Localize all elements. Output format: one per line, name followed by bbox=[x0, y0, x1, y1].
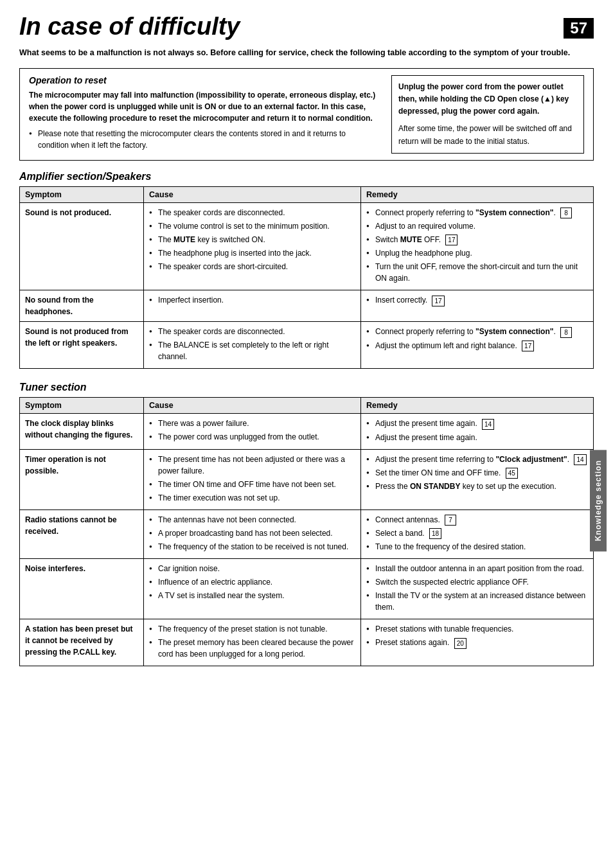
operation-reset-bullets: Please note that resetting the microcomp… bbox=[29, 128, 378, 151]
amplifier-col-cause: Cause bbox=[144, 186, 361, 202]
cause-cell: The present time has not been adjusted o… bbox=[144, 449, 361, 509]
operation-reset-right-text1: Unplug the power cord from the power out… bbox=[398, 81, 577, 118]
list-item: The timer execution was not set up. bbox=[149, 492, 355, 504]
table-row: A station has been preset but it cannot … bbox=[20, 619, 594, 666]
symptom-cell: Sound is not produced. bbox=[20, 202, 144, 290]
list-item: Adjust to an required volume. bbox=[366, 220, 588, 232]
table-row: The clock display blinks without changin… bbox=[20, 414, 594, 449]
ref-badge: 8 bbox=[560, 327, 572, 338]
remedy-cell: Insert correctly. 17 bbox=[360, 290, 593, 322]
ref-badge: 14 bbox=[482, 419, 494, 430]
operation-reset-bullet-item: Please note that resetting the microcomp… bbox=[29, 128, 378, 151]
list-item: Unplug the headphone plug. bbox=[366, 247, 588, 259]
page-title: In case of difficulty bbox=[19, 13, 240, 40]
list-item: The present time has not been adjusted o… bbox=[149, 454, 355, 477]
list-item: The speaker cords are short-circuited. bbox=[149, 261, 355, 272]
tuner-col-cause: Cause bbox=[144, 398, 361, 414]
symptom-cell: Noise interferes. bbox=[20, 559, 144, 619]
list-item: Car ignition noise. bbox=[149, 563, 355, 574]
symptom-cell: A station has been preset but it cannot … bbox=[20, 619, 144, 666]
list-item: The frequency of the preset station is n… bbox=[149, 623, 355, 635]
table-row: No sound from the headphones. Imperfect … bbox=[20, 290, 594, 322]
list-item: A proper broadcasting band has not been … bbox=[149, 527, 355, 539]
remedy-cell: Preset stations with tunable frequencies… bbox=[360, 619, 593, 666]
list-item: Insert correctly. 17 bbox=[366, 294, 588, 306]
list-item: The frequency of the station to be recei… bbox=[149, 541, 355, 553]
cause-cell: The speaker cords are disconnected. The … bbox=[144, 322, 361, 369]
table-row: Noise interferes. Car ignition noise. In… bbox=[20, 559, 594, 619]
list-item: Switch MUTE OFF. 17 bbox=[366, 234, 588, 245]
operation-reset-right-text2: After some time, the power will be switc… bbox=[398, 123, 577, 147]
operation-reset-left: Operation to reset The microcomputer may… bbox=[29, 75, 378, 154]
list-item: A TV set is installed near the system. bbox=[149, 590, 355, 601]
operation-reset-section: Operation to reset The microcomputer may… bbox=[19, 68, 594, 161]
amplifier-col-remedy: Remedy bbox=[360, 186, 593, 202]
ref-badge: 17 bbox=[432, 296, 444, 306]
list-item: The timer ON time and OFF time have not … bbox=[149, 479, 355, 490]
list-item: Adjust the present time again. bbox=[366, 432, 588, 443]
remedy-cell: Adjust the present time again. 14 Adjust… bbox=[360, 414, 593, 449]
table-row: Timer operation is not possible. The pre… bbox=[20, 449, 594, 509]
table-row: Sound is not produced. The speaker cords… bbox=[20, 202, 594, 290]
remedy-cell: Adjust the present time referring to "Cl… bbox=[360, 449, 593, 509]
cause-cell: Imperfect insertion. bbox=[144, 290, 361, 322]
list-item: Imperfect insertion. bbox=[149, 294, 355, 306]
amplifier-col-symptom: Symptom bbox=[20, 186, 144, 202]
page-number: 57 bbox=[564, 18, 594, 39]
list-item: Tune to the frequency of the desired sta… bbox=[366, 541, 588, 553]
list-item: The MUTE key is switched ON. bbox=[149, 234, 355, 245]
list-item: Connect properly referring to "System co… bbox=[366, 207, 588, 218]
table-row: Radio stations cannot be received. The a… bbox=[20, 509, 594, 559]
list-item: Connect properly referring to "System co… bbox=[366, 326, 588, 337]
remedy-cell: Connect properly referring to "System co… bbox=[360, 322, 593, 369]
ref-badge: 14 bbox=[574, 454, 586, 465]
symptom-cell: Timer operation is not possible. bbox=[20, 449, 144, 509]
symptom-cell: Sound is not produced from the left or r… bbox=[20, 322, 144, 369]
tuner-col-remedy: Remedy bbox=[360, 398, 593, 414]
tuner-col-symptom: Symptom bbox=[20, 398, 144, 414]
symptom-cell: Radio stations cannot be received. bbox=[20, 509, 144, 559]
intro-text: What seems to be a malfunction is not al… bbox=[19, 47, 594, 59]
list-item: Adjust the optimum left and right balanc… bbox=[366, 340, 588, 351]
operation-reset-right: Unplug the power cord from the power out… bbox=[391, 75, 584, 154]
list-item: Press the ON STANDBY key to set up the e… bbox=[366, 481, 588, 492]
list-item: The power cord was unplugged from the ou… bbox=[149, 431, 355, 443]
list-item: Install the outdoor antenna in an apart … bbox=[366, 563, 588, 574]
list-item: The headphone plug is inserted into the … bbox=[149, 247, 355, 259]
page-header: In case of difficulty 57 bbox=[19, 13, 594, 40]
list-item: The preset memory has been cleared becau… bbox=[149, 637, 355, 660]
list-item: The BALANCE is set completely to the lef… bbox=[149, 339, 355, 362]
symptom-cell: No sound from the headphones. bbox=[20, 290, 144, 322]
list-item: Connect antennas. 7 bbox=[366, 514, 588, 526]
list-item: Switch the suspected electric appliance … bbox=[366, 576, 588, 588]
ref-badge: 8 bbox=[560, 208, 572, 218]
list-item: Select a band. 18 bbox=[366, 527, 588, 539]
list-item: Preset stations with tunable frequencies… bbox=[366, 623, 588, 635]
cause-cell: The frequency of the preset station is n… bbox=[144, 619, 361, 666]
list-item: The antennas have not been connected. bbox=[149, 514, 355, 526]
list-item: Preset stations again. 20 bbox=[366, 637, 588, 648]
amplifier-table: Symptom Cause Remedy Sound is not produc… bbox=[19, 186, 594, 369]
list-item: Set the timer ON time and OFF time. 45 bbox=[366, 467, 588, 479]
ref-badge: 20 bbox=[454, 638, 466, 649]
tuner-table: Symptom Cause Remedy The clock display b… bbox=[19, 397, 594, 666]
amplifier-section-title: Amplifier section/Speakers bbox=[19, 171, 594, 182]
list-item: The speaker cords are disconnected. bbox=[149, 326, 355, 337]
cause-cell: There was a power failure. The power cor… bbox=[144, 414, 361, 449]
symptom-cell: The clock display blinks without changin… bbox=[20, 414, 144, 449]
knowledge-sidebar: Knowledge section bbox=[590, 450, 607, 551]
list-item: Adjust the present time referring to "Cl… bbox=[366, 454, 588, 465]
operation-reset-title: Operation to reset bbox=[29, 75, 378, 85]
list-item: There was a power failure. bbox=[149, 418, 355, 429]
remedy-cell: Connect antennas. 7 Select a band. 18 Tu… bbox=[360, 509, 593, 559]
cause-cell: Car ignition noise. Influence of an elec… bbox=[144, 559, 361, 619]
operation-reset-bold-text: The microcomputer may fall into malfunct… bbox=[29, 89, 378, 124]
list-item: Turn the unit OFF, remove the short-circ… bbox=[366, 261, 588, 284]
remedy-cell: Connect properly referring to "System co… bbox=[360, 202, 593, 290]
cause-cell: The antennas have not been connected. A … bbox=[144, 509, 361, 559]
ref-badge: 17 bbox=[522, 341, 534, 351]
ref-badge: 18 bbox=[429, 528, 441, 539]
ref-badge: 7 bbox=[445, 515, 456, 526]
list-item: The volume control is set to the minimum… bbox=[149, 220, 355, 232]
cause-cell: The speaker cords are disconnected. The … bbox=[144, 202, 361, 290]
